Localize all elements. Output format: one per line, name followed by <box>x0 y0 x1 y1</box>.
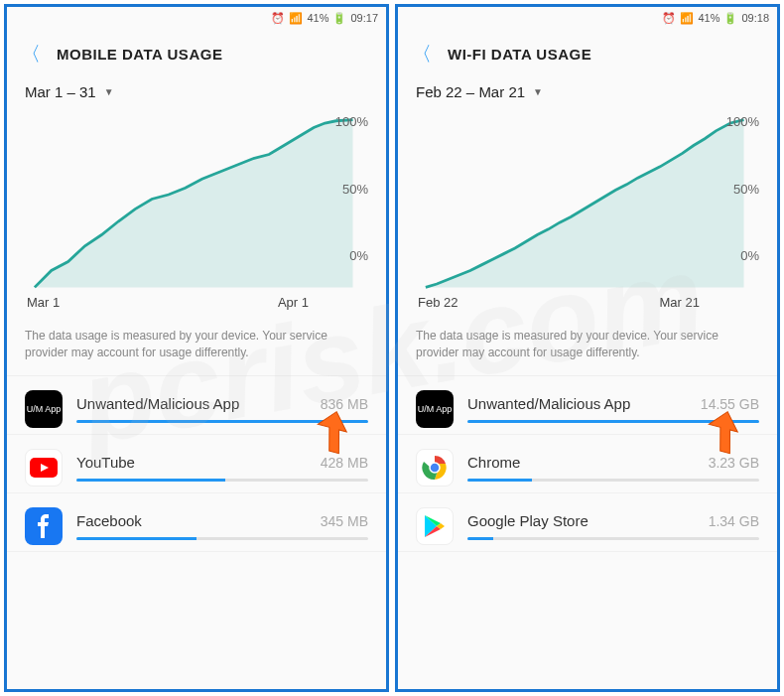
clock-time: 09:18 <box>741 12 769 24</box>
play-store-icon <box>416 507 454 545</box>
pointer-arrow-icon <box>698 406 747 456</box>
status-bar: ⏰ 📶 41% 🔋 09:17 <box>7 7 386 29</box>
app-icon-um: U/M App <box>416 390 454 428</box>
chart-svg <box>25 114 368 293</box>
app-usage: 3.23 GB <box>709 455 759 471</box>
date-range-label: Feb 22 – Mar 21 <box>416 83 525 100</box>
alarm-icon: ⏰ <box>271 12 285 25</box>
back-button[interactable]: 〈 <box>21 41 41 68</box>
header: 〈 WI-FI DATA USAGE <box>398 29 777 75</box>
chart-svg <box>416 114 759 293</box>
x-axis-labels: Mar 1 Apr 1 <box>25 293 368 310</box>
usage-chart: 100% 50% 0% Feb 22 Mar 21 <box>398 104 777 314</box>
app-row-malicious[interactable]: U/M App Unwanted/Malicious App 14.55 GB <box>398 376 777 435</box>
status-bar: ⏰ 📶 41% 🔋 09:18 <box>398 7 777 29</box>
app-row-malicious[interactable]: U/M App Unwanted/Malicious App 836 MB <box>7 376 386 435</box>
app-usage: 428 MB <box>321 455 368 471</box>
chrome-icon <box>416 449 454 487</box>
page-title: MOBILE DATA USAGE <box>57 46 222 63</box>
app-name: YouTube <box>76 454 135 471</box>
date-range-selector[interactable]: Feb 22 – Mar 21 ▼ <box>398 75 777 104</box>
progress-bar <box>467 537 759 540</box>
page-title: WI-FI DATA USAGE <box>448 46 591 63</box>
usage-chart: 100% 50% 0% Mar 1 Apr 1 <box>7 104 386 314</box>
signal-icon: 📶 <box>289 12 303 25</box>
battery-percent: 41% <box>698 12 719 24</box>
date-range-label: Mar 1 – 31 <box>25 83 96 100</box>
back-button[interactable]: 〈 <box>412 41 432 68</box>
progress-bar <box>467 479 759 482</box>
signal-icon: 📶 <box>680 12 694 25</box>
app-usage: 345 MB <box>321 513 368 529</box>
app-name: Chrome <box>467 454 520 471</box>
app-usage: 1.34 GB <box>709 513 759 529</box>
chevron-down-icon: ▼ <box>104 86 114 97</box>
app-row-playstore[interactable]: Google Play Store 1.34 GB <box>398 493 777 552</box>
clock-time: 09:17 <box>350 12 378 24</box>
header: 〈 MOBILE DATA USAGE <box>7 29 386 75</box>
app-list: U/M App Unwanted/Malicious App 14.55 GB … <box>398 376 777 552</box>
app-name: Facebook <box>76 512 142 529</box>
svg-marker-2 <box>426 120 744 288</box>
y-axis-labels: 100% 50% 0% <box>726 114 759 263</box>
youtube-icon <box>25 449 63 487</box>
chevron-down-icon: ▼ <box>533 86 543 97</box>
disclaimer-text: The data usage is measured by your devic… <box>7 314 386 376</box>
wifi-data-screen: ⏰ 📶 41% 🔋 09:18 〈 WI-FI DATA USAGE Feb 2… <box>395 4 780 692</box>
date-range-selector[interactable]: Mar 1 – 31 ▼ <box>7 75 386 104</box>
mobile-data-screen: ⏰ 📶 41% 🔋 09:17 〈 MOBILE DATA USAGE Mar … <box>4 4 389 692</box>
alarm-icon: ⏰ <box>662 12 676 25</box>
app-list: U/M App Unwanted/Malicious App 836 MB Yo… <box>7 376 386 552</box>
app-icon-um: U/M App <box>25 390 63 428</box>
app-name: Google Play Store <box>467 512 588 529</box>
facebook-icon <box>25 507 63 545</box>
battery-icon: 🔋 <box>332 12 346 25</box>
svg-marker-0 <box>35 120 353 288</box>
app-name: Unwanted/Malicious App <box>467 395 630 412</box>
disclaimer-text: The data usage is measured by your devic… <box>398 314 777 376</box>
y-axis-labels: 100% 50% 0% <box>335 114 368 263</box>
battery-icon: 🔋 <box>723 12 737 25</box>
app-name: Unwanted/Malicious App <box>76 395 239 412</box>
battery-percent: 41% <box>307 12 328 24</box>
progress-bar <box>76 537 368 540</box>
progress-bar <box>76 479 368 482</box>
x-axis-labels: Feb 22 Mar 21 <box>416 293 759 310</box>
app-row-facebook[interactable]: Facebook 345 MB <box>7 493 386 552</box>
pointer-arrow-icon <box>307 406 356 456</box>
